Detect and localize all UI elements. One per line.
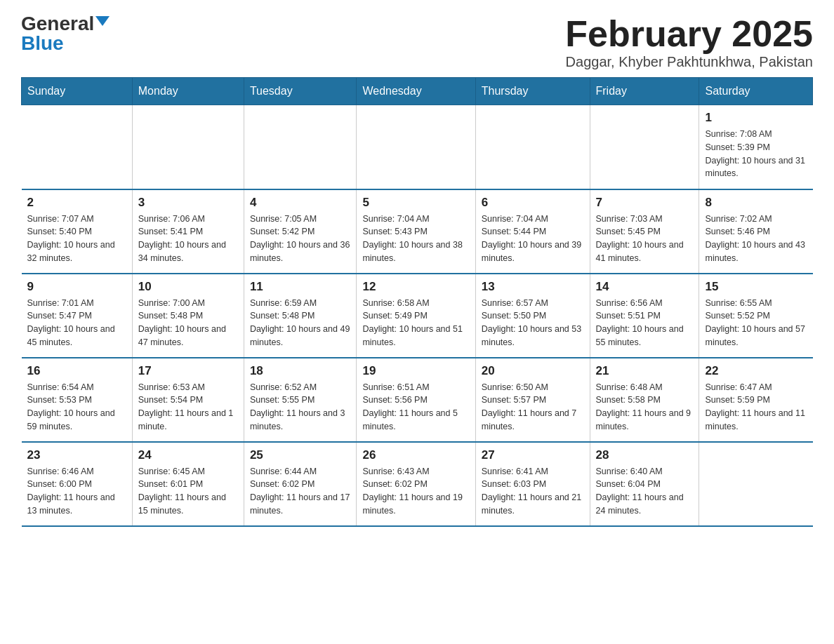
day-number: 25 bbox=[250, 448, 351, 462]
logo: General Blue bbox=[21, 14, 110, 53]
day-cell bbox=[132, 105, 244, 189]
day-number: 15 bbox=[705, 280, 807, 294]
week-row-4: 16Sunrise: 6:54 AMSunset: 5:53 PMDayligh… bbox=[22, 358, 813, 442]
day-number: 13 bbox=[482, 280, 584, 294]
weekday-header-sunday: Sunday bbox=[22, 78, 133, 105]
day-info: Sunrise: 6:59 AMSunset: 5:48 PMDaylight:… bbox=[250, 297, 351, 349]
day-number: 21 bbox=[596, 364, 694, 378]
day-info: Sunrise: 6:46 AMSunset: 6:00 PMDaylight:… bbox=[27, 465, 126, 518]
weekday-header-row: SundayMondayTuesdayWednesdayThursdayFrid… bbox=[22, 78, 813, 105]
day-cell: 16Sunrise: 6:54 AMSunset: 5:53 PMDayligh… bbox=[22, 358, 133, 442]
day-cell: 9Sunrise: 7:01 AMSunset: 5:47 PMDaylight… bbox=[22, 274, 133, 358]
day-cell bbox=[699, 442, 813, 526]
day-cell: 11Sunrise: 6:59 AMSunset: 5:48 PMDayligh… bbox=[244, 274, 357, 358]
day-number: 6 bbox=[482, 196, 584, 210]
day-cell: 22Sunrise: 6:47 AMSunset: 5:59 PMDayligh… bbox=[699, 358, 813, 442]
day-number: 18 bbox=[250, 364, 351, 378]
day-number: 1 bbox=[705, 111, 807, 125]
day-cell bbox=[22, 105, 133, 189]
day-info: Sunrise: 7:08 AMSunset: 5:39 PMDaylight:… bbox=[705, 128, 807, 180]
day-number: 27 bbox=[482, 448, 584, 462]
day-number: 23 bbox=[27, 448, 126, 462]
day-cell: 26Sunrise: 6:43 AMSunset: 6:02 PMDayligh… bbox=[357, 442, 475, 526]
day-number: 7 bbox=[596, 196, 694, 210]
weekday-header-friday: Friday bbox=[590, 78, 699, 105]
day-info: Sunrise: 6:54 AMSunset: 5:53 PMDaylight:… bbox=[27, 381, 126, 434]
day-number: 9 bbox=[27, 280, 126, 294]
day-info: Sunrise: 6:44 AMSunset: 6:02 PMDaylight:… bbox=[250, 465, 351, 518]
day-cell: 12Sunrise: 6:58 AMSunset: 5:49 PMDayligh… bbox=[357, 274, 475, 358]
day-number: 20 bbox=[482, 364, 584, 378]
week-row-1: 1Sunrise: 7:08 AMSunset: 5:39 PMDaylight… bbox=[22, 105, 813, 189]
day-number: 19 bbox=[362, 364, 469, 378]
day-cell bbox=[590, 105, 699, 189]
day-number: 2 bbox=[27, 196, 126, 210]
calendar-header: SundayMondayTuesdayWednesdayThursdayFrid… bbox=[22, 78, 813, 105]
day-cell: 5Sunrise: 7:04 AMSunset: 5:43 PMDaylight… bbox=[357, 189, 475, 274]
day-cell: 18Sunrise: 6:52 AMSunset: 5:55 PMDayligh… bbox=[244, 358, 357, 442]
day-cell: 10Sunrise: 7:00 AMSunset: 5:48 PMDayligh… bbox=[132, 274, 244, 358]
day-info: Sunrise: 7:02 AMSunset: 5:46 PMDaylight:… bbox=[705, 213, 807, 265]
day-cell: 7Sunrise: 7:03 AMSunset: 5:45 PMDaylight… bbox=[590, 189, 699, 274]
location-subtitle: Daggar, Khyber Pakhtunkhwa, Pakistan bbox=[565, 54, 813, 70]
day-info: Sunrise: 7:06 AMSunset: 5:41 PMDaylight:… bbox=[138, 213, 238, 265]
month-title: February 2025 bbox=[565, 14, 813, 54]
week-row-3: 9Sunrise: 7:01 AMSunset: 5:47 PMDaylight… bbox=[22, 274, 813, 358]
day-info: Sunrise: 6:51 AMSunset: 5:56 PMDaylight:… bbox=[362, 381, 469, 434]
day-info: Sunrise: 7:01 AMSunset: 5:47 PMDaylight:… bbox=[27, 297, 126, 349]
day-number: 22 bbox=[705, 364, 807, 378]
logo-general-text: General bbox=[21, 14, 94, 34]
day-cell bbox=[357, 105, 475, 189]
day-info: Sunrise: 6:55 AMSunset: 5:52 PMDaylight:… bbox=[705, 297, 807, 349]
day-info: Sunrise: 6:56 AMSunset: 5:51 PMDaylight:… bbox=[596, 297, 694, 349]
day-number: 14 bbox=[596, 280, 694, 294]
day-cell: 25Sunrise: 6:44 AMSunset: 6:02 PMDayligh… bbox=[244, 442, 357, 526]
day-info: Sunrise: 6:45 AMSunset: 6:01 PMDaylight:… bbox=[138, 465, 238, 518]
day-info: Sunrise: 6:48 AMSunset: 5:58 PMDaylight:… bbox=[596, 381, 694, 434]
week-row-5: 23Sunrise: 6:46 AMSunset: 6:00 PMDayligh… bbox=[22, 442, 813, 526]
weekday-header-thursday: Thursday bbox=[475, 78, 590, 105]
day-cell: 1Sunrise: 7:08 AMSunset: 5:39 PMDaylight… bbox=[699, 105, 813, 189]
day-cell: 24Sunrise: 6:45 AMSunset: 6:01 PMDayligh… bbox=[132, 442, 244, 526]
day-number: 24 bbox=[138, 448, 238, 462]
weekday-header-wednesday: Wednesday bbox=[357, 78, 475, 105]
day-info: Sunrise: 6:41 AMSunset: 6:03 PMDaylight:… bbox=[482, 465, 584, 518]
day-cell: 27Sunrise: 6:41 AMSunset: 6:03 PMDayligh… bbox=[475, 442, 590, 526]
day-cell: 13Sunrise: 6:57 AMSunset: 5:50 PMDayligh… bbox=[475, 274, 590, 358]
weekday-header-tuesday: Tuesday bbox=[244, 78, 357, 105]
day-cell: 28Sunrise: 6:40 AMSunset: 6:04 PMDayligh… bbox=[590, 442, 699, 526]
day-cell: 19Sunrise: 6:51 AMSunset: 5:56 PMDayligh… bbox=[357, 358, 475, 442]
day-info: Sunrise: 6:53 AMSunset: 5:54 PMDaylight:… bbox=[138, 381, 238, 434]
day-number: 3 bbox=[138, 196, 238, 210]
day-cell: 17Sunrise: 6:53 AMSunset: 5:54 PMDayligh… bbox=[132, 358, 244, 442]
day-info: Sunrise: 6:47 AMSunset: 5:59 PMDaylight:… bbox=[705, 381, 807, 434]
day-cell: 6Sunrise: 7:04 AMSunset: 5:44 PMDaylight… bbox=[475, 189, 590, 274]
day-info: Sunrise: 7:04 AMSunset: 5:44 PMDaylight:… bbox=[482, 213, 584, 265]
day-info: Sunrise: 6:52 AMSunset: 5:55 PMDaylight:… bbox=[250, 381, 351, 434]
logo-blue-text: Blue bbox=[21, 34, 64, 53]
day-cell: 4Sunrise: 7:05 AMSunset: 5:42 PMDaylight… bbox=[244, 189, 357, 274]
day-info: Sunrise: 6:50 AMSunset: 5:57 PMDaylight:… bbox=[482, 381, 584, 434]
day-number: 12 bbox=[362, 280, 469, 294]
day-cell: 15Sunrise: 6:55 AMSunset: 5:52 PMDayligh… bbox=[699, 274, 813, 358]
day-info: Sunrise: 7:04 AMSunset: 5:43 PMDaylight:… bbox=[362, 213, 469, 265]
day-info: Sunrise: 6:43 AMSunset: 6:02 PMDaylight:… bbox=[362, 465, 469, 518]
weekday-header-saturday: Saturday bbox=[699, 78, 813, 105]
logo-triangle-icon bbox=[95, 16, 110, 26]
day-info: Sunrise: 6:57 AMSunset: 5:50 PMDaylight:… bbox=[482, 297, 584, 349]
day-number: 5 bbox=[362, 196, 469, 210]
day-cell: 21Sunrise: 6:48 AMSunset: 5:58 PMDayligh… bbox=[590, 358, 699, 442]
day-number: 26 bbox=[362, 448, 469, 462]
calendar-table: SundayMondayTuesdayWednesdayThursdayFrid… bbox=[21, 77, 813, 527]
day-cell: 14Sunrise: 6:56 AMSunset: 5:51 PMDayligh… bbox=[590, 274, 699, 358]
day-cell bbox=[244, 105, 357, 189]
weekday-header-monday: Monday bbox=[132, 78, 244, 105]
day-info: Sunrise: 6:58 AMSunset: 5:49 PMDaylight:… bbox=[362, 297, 469, 349]
day-cell: 2Sunrise: 7:07 AMSunset: 5:40 PMDaylight… bbox=[22, 189, 133, 274]
day-number: 16 bbox=[27, 364, 126, 378]
day-cell: 20Sunrise: 6:50 AMSunset: 5:57 PMDayligh… bbox=[475, 358, 590, 442]
day-info: Sunrise: 7:05 AMSunset: 5:42 PMDaylight:… bbox=[250, 213, 351, 265]
day-number: 4 bbox=[250, 196, 351, 210]
day-cell: 3Sunrise: 7:06 AMSunset: 5:41 PMDaylight… bbox=[132, 189, 244, 274]
week-row-2: 2Sunrise: 7:07 AMSunset: 5:40 PMDaylight… bbox=[22, 189, 813, 274]
